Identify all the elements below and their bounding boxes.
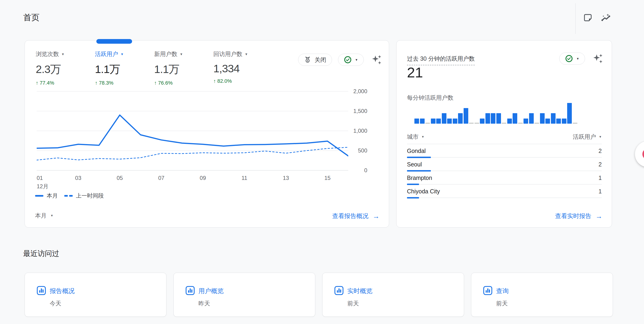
city-name: Seoul bbox=[407, 161, 422, 168]
date-range-selector[interactable]: 本月 ▼ bbox=[35, 212, 54, 219]
city-name: Brampton bbox=[407, 175, 432, 181]
header-divider bbox=[575, 3, 576, 34]
caret-down-icon: ▼ bbox=[120, 53, 124, 56]
recent-card-0[interactable]: 报告概况今天 bbox=[24, 273, 166, 317]
minute-bar bbox=[524, 119, 528, 124]
minute-bar bbox=[512, 113, 517, 124]
minute-bar bbox=[551, 113, 556, 124]
metric-tab-0[interactable]: 浏览次数▼2.3万↑ 77.4% bbox=[36, 50, 95, 86]
arrow-right-icon: → bbox=[372, 212, 380, 220]
caret-down-icon: ▼ bbox=[180, 53, 183, 56]
view-reports-snapshot-label: 查看报告概况 bbox=[332, 212, 368, 220]
bar-chart-icon bbox=[483, 286, 493, 295]
sparkles-icon bbox=[370, 54, 382, 66]
per-minute-label: 每分钟活跃用户数 bbox=[407, 94, 454, 102]
minute-bar bbox=[486, 113, 490, 124]
minute-bar bbox=[496, 113, 501, 124]
y-tick-label: 0 bbox=[364, 167, 367, 174]
caret-down-icon: ▼ bbox=[599, 135, 602, 139]
page-title: 首页 bbox=[23, 12, 40, 23]
minute-bar bbox=[529, 113, 534, 124]
check-circle-icon bbox=[565, 55, 573, 63]
city-bar-track bbox=[407, 198, 602, 198]
metric-label[interactable]: 浏览次数▼ bbox=[36, 50, 95, 58]
city-active-users: 2 bbox=[598, 148, 602, 154]
x-tick-label: 13 bbox=[283, 175, 289, 181]
view-realtime-report-link[interactable]: 查看实时报告 → bbox=[555, 212, 602, 220]
city-name: Chiyoda City bbox=[407, 188, 440, 195]
realtime-title: 过去 30 分钟的活跃用户数 bbox=[407, 55, 475, 65]
city-table-row[interactable]: Brampton1 bbox=[407, 171, 602, 185]
metric-tab-2[interactable]: 新用户数▼1.1万↑ 76.6% bbox=[154, 50, 213, 86]
metric-value: 1.1万 bbox=[154, 62, 213, 77]
recent-card-1[interactable]: 用户概览昨天 bbox=[174, 273, 315, 317]
legend-item: 上一时间段 bbox=[64, 192, 104, 199]
metric-value: 1,334 bbox=[213, 62, 272, 75]
recently-visited-heading: 最近访问过 bbox=[23, 249, 59, 258]
metric-value: 2.3万 bbox=[36, 62, 95, 77]
city-bar-fill bbox=[407, 197, 419, 198]
caret-down-icon: ▼ bbox=[421, 135, 424, 139]
note-icon[interactable] bbox=[580, 10, 595, 25]
caret-down-icon: ▼ bbox=[576, 57, 579, 61]
minute-bar-zero bbox=[469, 123, 474, 124]
metric-label[interactable]: 新用户数▼ bbox=[154, 50, 213, 58]
x-tick-label: 11 bbox=[242, 175, 247, 181]
y-tick-label: 1,500 bbox=[353, 108, 367, 114]
data-quality-button[interactable]: ▼ bbox=[559, 53, 585, 65]
city-column-header[interactable]: 城市 ▼ bbox=[407, 133, 424, 141]
city-name: Gondal bbox=[407, 148, 426, 154]
metric-tab-1[interactable]: 活跃用户▼1.1万↑ 78.3% bbox=[95, 50, 154, 86]
arrow-right-icon: → bbox=[596, 212, 602, 220]
city-table-row[interactable]: Seoul2 bbox=[407, 158, 602, 171]
close-comparison-label: 关闭 bbox=[314, 56, 326, 64]
metric-delta: ↑ 77.4% bbox=[36, 80, 95, 86]
recent-card-subtitle: 今天 bbox=[50, 299, 61, 307]
insights-icon[interactable] bbox=[598, 10, 613, 25]
city-active-users: 1 bbox=[598, 188, 602, 195]
data-quality-button[interactable]: ▼ bbox=[338, 54, 364, 66]
recent-card-2[interactable]: 实时概览前天 bbox=[322, 273, 464, 317]
metric-delta: ↑ 78.3% bbox=[95, 80, 154, 86]
minute-bar bbox=[431, 119, 436, 124]
y-tick-label: 500 bbox=[358, 147, 367, 154]
minute-bar bbox=[540, 113, 545, 124]
dashed-line-swatch bbox=[64, 195, 73, 197]
medal-icon bbox=[304, 56, 311, 64]
caret-down-icon: ▼ bbox=[355, 58, 358, 62]
trend-line-chart bbox=[37, 90, 348, 172]
city-active-users: 2 bbox=[598, 161, 602, 168]
recent-card-3[interactable]: 查询前天 bbox=[471, 273, 613, 317]
x-tick-label: 03 bbox=[75, 175, 82, 181]
metric-tab-3[interactable]: 回访用户数▼1,334↑ 82.0% bbox=[213, 50, 272, 86]
city-table-row[interactable]: Chiyoda City1 bbox=[407, 185, 602, 198]
minute-bar bbox=[507, 119, 512, 124]
overview-card: 浏览次数▼2.3万↑ 77.4%活跃用户▼1.1万↑ 78.3%新用户数▼1.1… bbox=[24, 40, 389, 227]
metric-delta: ↑ 76.6% bbox=[154, 80, 213, 86]
metric-label[interactable]: 活跃用户▼ bbox=[95, 50, 154, 58]
metric-label[interactable]: 回访用户数▼ bbox=[213, 50, 272, 58]
active-users-column-header[interactable]: 活跃用户 ▼ bbox=[573, 133, 602, 141]
check-circle-icon bbox=[344, 56, 352, 64]
minute-bar-zero bbox=[518, 123, 523, 124]
recent-card-title: 实时概览 bbox=[347, 287, 372, 295]
recent-card-subtitle: 昨天 bbox=[198, 299, 210, 307]
floating-record-button[interactable] bbox=[635, 141, 644, 167]
recent-card-title: 报告概况 bbox=[50, 287, 75, 295]
overview-card-actions: 关闭 ▼ bbox=[298, 53, 383, 66]
minute-bar-zero bbox=[534, 123, 539, 124]
minute-bar bbox=[567, 103, 572, 124]
recent-card-subtitle: 前天 bbox=[347, 299, 359, 307]
insights-sparkle-button[interactable] bbox=[591, 52, 604, 65]
close-comparison-button[interactable]: 关闭 bbox=[298, 54, 332, 66]
ga-home-page: 首页 浏览次数▼2.3万↑ 77.4%活跃用户▼1.1万↑ 78.3%新用户数▼… bbox=[0, 0, 644, 324]
metric-tabs: 浏览次数▼2.3万↑ 77.4%活跃用户▼1.1万↑ 78.3%新用户数▼1.1… bbox=[36, 50, 272, 86]
minute-bar bbox=[545, 119, 550, 124]
minute-bar bbox=[562, 119, 566, 124]
view-reports-snapshot-link[interactable]: 查看报告概况 → bbox=[332, 212, 380, 220]
insights-sparkle-button[interactable] bbox=[370, 53, 383, 66]
city-table-row[interactable]: Gondal2 bbox=[407, 144, 602, 158]
x-tick-label: 07 bbox=[158, 175, 164, 181]
realtime-card: 过去 30 分钟的活跃用户数 ▼ 21 每分钟活跃用户数 bbox=[396, 40, 612, 227]
caret-down-icon: ▼ bbox=[245, 53, 248, 56]
